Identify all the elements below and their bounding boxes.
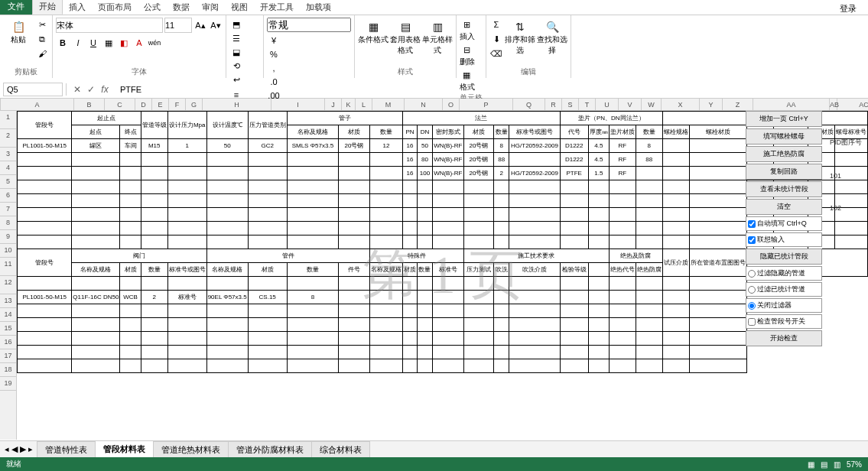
phonetic-button[interactable]: wén	[148, 36, 161, 50]
addin-tab[interactable]: 加载项	[300, 0, 337, 15]
format-cells-icon[interactable]: ▦	[460, 68, 473, 82]
italic-button[interactable]: I	[71, 36, 85, 50]
underline-button[interactable]: U	[86, 36, 100, 50]
brush-icon[interactable]: 🖌	[35, 47, 49, 60]
pid-101: 101	[830, 172, 862, 180]
border-button[interactable]: ▦	[102, 36, 115, 50]
formula-input[interactable]: PTFE	[115, 85, 868, 94]
view-tab[interactable]: 视图	[225, 0, 254, 15]
align-bot-icon[interactable]: ⬓	[229, 45, 243, 59]
insert-cells[interactable]: 插入	[460, 32, 475, 41]
copy-icon[interactable]: ⧉	[35, 32, 49, 46]
delete-cells[interactable]: 删除	[460, 57, 475, 66]
login-link[interactable]: 登录	[840, 3, 857, 15]
status-ready: 就绪	[6, 459, 21, 469]
sheet-tab-1[interactable]: 管道特性表	[37, 441, 96, 458]
zoom-level[interactable]: 57%	[847, 460, 862, 469]
pid-102: 102	[830, 204, 862, 212]
dev-tab[interactable]: 开发工具	[254, 0, 300, 15]
cond-format-button[interactable]: ▦条件格式	[358, 18, 388, 67]
paste-icon: 📋	[11, 19, 26, 34]
uncount-button[interactable]: 查看未统计管段	[746, 181, 822, 197]
fx-icon[interactable]: fx	[99, 83, 111, 96]
shrink-font-icon[interactable]: A▾	[209, 18, 223, 32]
font-name-select[interactable]	[56, 18, 163, 33]
currency-icon[interactable]: ¥	[267, 34, 281, 47]
name-box[interactable]: Q5	[3, 83, 63, 96]
fill-bolt-button[interactable]: 填写螺栓螺母	[746, 128, 822, 145]
font-size-select[interactable]	[164, 18, 192, 33]
percent-icon[interactable]: %	[267, 47, 281, 61]
home-tab[interactable]: 开始	[32, 0, 63, 15]
paste-label: 粘贴	[11, 34, 26, 45]
sheet-nav[interactable]: ◂ ◀ ▶ ▸	[0, 444, 37, 454]
assoc-check[interactable]: 联想输入	[746, 232, 822, 247]
formula-tab[interactable]: 公式	[138, 0, 167, 15]
sort-filter-button[interactable]: ⇅排序和筛选	[505, 18, 535, 67]
paste-button[interactable]: 📋 粘贴	[3, 18, 34, 67]
font-color-button[interactable]: A	[132, 36, 146, 50]
layout-tab[interactable]: 页面布局	[92, 0, 138, 15]
sheet-tab-4[interactable]: 管道外防腐材料表	[228, 441, 312, 458]
close-filter-radio[interactable]: 关闭过滤器	[746, 298, 822, 313]
autofill-check[interactable]: 自动填写 Ctrl+Q	[746, 216, 822, 231]
tablef-icon: ▤	[398, 19, 413, 34]
align-mid-icon[interactable]: ☰	[229, 31, 243, 45]
hide-counted-button[interactable]: 隐藏已统计管段	[746, 248, 822, 265]
sheet-tab-5[interactable]: 综合材料表	[311, 441, 370, 458]
sheet-tab-2[interactable]: 管段材料表	[95, 440, 154, 458]
comma-icon[interactable]: ,	[267, 61, 281, 75]
number-format-select[interactable]	[267, 18, 351, 32]
clipboard-group: 剪贴板	[3, 67, 49, 78]
fill-icon[interactable]: ⬇	[489, 32, 503, 46]
add-page-button[interactable]: 增加一页 Ctrl+Y	[746, 111, 822, 127]
sum-icon[interactable]: Σ	[489, 18, 503, 31]
column-headers: ABCDEFGHIJKLMNOPQRSTUVWXYZAAABACADAE	[0, 99, 868, 111]
start-check-button[interactable]: 开始检查	[746, 330, 822, 346]
cell-style-button[interactable]: ▥单元格样式	[422, 18, 453, 67]
condf-icon: ▦	[366, 19, 381, 34]
review-tab[interactable]: 审阅	[196, 0, 225, 15]
check-switch[interactable]: 检查管段号开关	[746, 314, 822, 329]
view-break-icon[interactable]: ▥	[834, 460, 840, 469]
sort-icon: ⇅	[512, 19, 528, 34]
bold-button[interactable]: B	[56, 36, 70, 50]
accept-fx-icon[interactable]: ✓	[85, 83, 97, 96]
clear-button[interactable]: 清空	[746, 199, 822, 215]
find-icon: 🔍	[545, 19, 560, 34]
file-tab[interactable]: 文件	[0, 0, 32, 15]
fill-color-button[interactable]: ◧	[117, 36, 131, 50]
cancel-fx-icon[interactable]: ✕	[71, 83, 83, 96]
font-group: 字体	[56, 67, 223, 78]
view-normal-icon[interactable]: ▦	[808, 460, 814, 469]
data-grid[interactable]: 管段号起止点管道等级设计压力Mpa设计温度℃压力管道类别管子法兰垫片（PN、DN…	[17, 111, 868, 373]
filter-counted-radio[interactable]: 过滤已统计管道	[746, 282, 822, 297]
row-headers: 12345678910111213141516171819	[0, 111, 17, 440]
grow-font-icon[interactable]: A▴	[193, 18, 207, 32]
insul-button[interactable]: 施工绝热防腐	[746, 146, 822, 162]
delete-cells-icon[interactable]: ⊟	[460, 43, 473, 57]
align-top-icon[interactable]: ⬒	[229, 18, 243, 31]
far-right-labels: PID图序号 101 102	[830, 138, 862, 236]
filter-hidden-radio[interactable]: 过滤隐藏的管道	[746, 266, 822, 281]
clear-icon[interactable]: ⌫	[489, 47, 503, 60]
data-tab[interactable]: 数据	[167, 0, 196, 15]
styles-group: 样式	[358, 67, 453, 78]
insert-tab[interactable]: 插入	[63, 0, 92, 15]
orient-icon[interactable]: ⟲	[229, 59, 243, 73]
copy-loop-button[interactable]: 复制回路	[746, 164, 822, 180]
editing-group: 编辑	[489, 67, 567, 78]
pid-label: PID图序号	[830, 138, 862, 148]
side-panel: 增加一页 Ctrl+Y 填写螺栓螺母 施工绝热防腐 复制回路 查看未统计管段 清…	[746, 111, 822, 348]
find-select-button[interactable]: 🔍查找和选择	[537, 18, 567, 67]
table-format-button[interactable]: ▤套用表格格式	[390, 18, 421, 67]
cut-icon[interactable]: ✂	[35, 18, 49, 31]
sheet-tab-3[interactable]: 管道绝热材料表	[153, 441, 229, 458]
cellf-icon: ▥	[430, 19, 445, 34]
view-layout-icon[interactable]: ▤	[821, 460, 827, 469]
insert-cells-icon[interactable]: ⊞	[460, 18, 473, 31]
